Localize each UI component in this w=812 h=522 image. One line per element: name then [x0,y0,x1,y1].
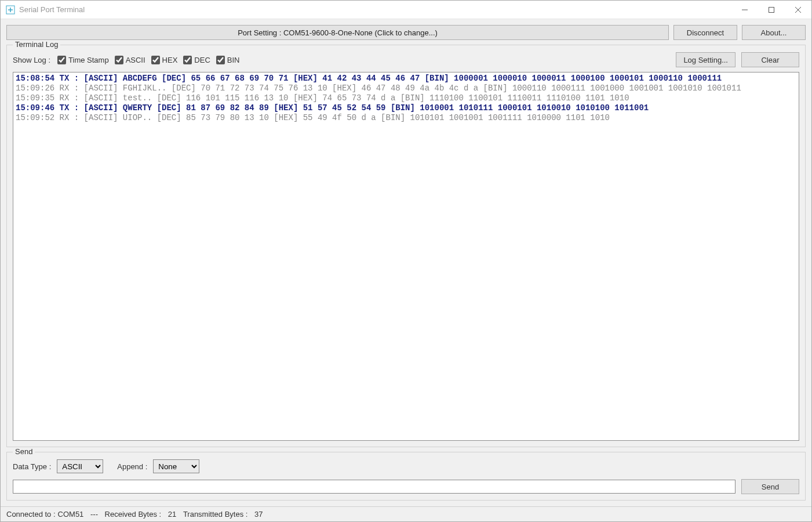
maximize-icon [769,7,774,13]
port-setting-button[interactable]: Port Setting : COM51-9600-8-One-None (Cl… [6,25,669,40]
checkbox-hex-label: HEX [162,56,178,64]
svg-rect-1 [769,7,774,12]
send-input-row: Send [13,479,799,494]
send-legend: Send [13,447,35,456]
send-input[interactable] [13,480,735,494]
checkbox-dec-label: DEC [194,56,210,64]
content-area: Port Setting : COM51-9600-8-One-None (Cl… [1,19,811,506]
checkbox-bin-label: BIN [227,56,240,64]
status-sep: --- [90,510,98,519]
terminal-log-legend: Terminal Log [13,40,60,49]
checkbox-hex[interactable]: HEX [151,56,178,64]
minimize-button[interactable] [731,1,758,19]
window-title: Serial Port Terminal [19,5,85,14]
status-received-value: 21 [168,510,176,519]
send-options-row: Data Type : ASCII Append : None [13,459,799,473]
log-setting-button[interactable]: Log Setting... [676,52,735,67]
terminal-log-group: Terminal Log Show Log : Time Stamp ASCII… [6,45,806,447]
append-label: Append : [117,462,147,471]
statusbar: Connected to : COM51 --- Received Bytes … [1,506,811,521]
checkbox-ascii-label: ASCII [126,56,145,64]
log-output[interactable]: 15:08:54 TX : [ASCII] ABCDEFG [DEC] 65 6… [13,72,799,441]
status-transmitted-value: 37 [254,510,263,519]
close-button[interactable] [785,1,811,19]
app-icon [5,5,16,15]
minimize-icon [742,7,748,13]
data-type-label: Data Type : [13,462,51,471]
data-type-select[interactable]: ASCII [57,459,103,473]
send-group: Send Data Type : ASCII Append : None Sen… [6,452,806,501]
about-button[interactable]: About... [742,25,806,40]
titlebar: Serial Port Terminal [1,1,811,19]
disconnect-button[interactable]: Disconnect [673,25,737,40]
show-log-row: Show Log : Time Stamp ASCII HEX DEC BIN … [13,52,799,67]
show-log-label: Show Log : [13,56,50,64]
status-connected-label: Connected to : [6,510,56,519]
send-button[interactable]: Send [741,479,799,494]
clear-button[interactable]: Clear [741,52,799,67]
app-window: Serial Port Terminal Port Setting : COM5… [0,0,812,522]
checkbox-dec[interactable]: DEC [183,56,210,64]
checkbox-timestamp-label: Time Stamp [68,56,109,64]
status-transmitted-label: Transmitted Bytes : [183,510,248,519]
checkbox-ascii[interactable]: ASCII [115,56,145,64]
checkbox-bin[interactable]: BIN [216,56,240,64]
maximize-button[interactable] [758,1,785,19]
checkbox-timestamp[interactable]: Time Stamp [57,56,109,64]
status-received-label: Received Bytes : [105,510,162,519]
top-toolbar: Port Setting : COM51-9600-8-One-None (Cl… [6,25,806,40]
status-connected-value: COM51 [58,510,84,519]
log-lines: 15:08:54 TX : [ASCII] ABCDEFG [DEC] 65 6… [16,74,796,123]
append-select[interactable]: None [153,459,199,473]
close-icon [795,7,801,13]
